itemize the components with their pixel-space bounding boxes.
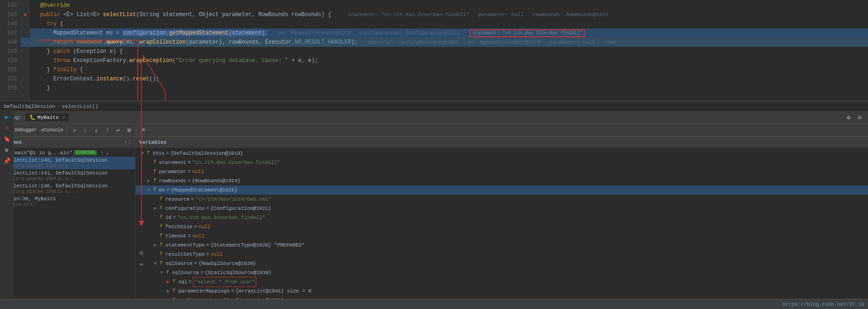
var-sql[interactable]: ▶ f sql = "select * from user" bbox=[135, 277, 868, 287]
copy-icon[interactable]: ⎘ bbox=[137, 249, 146, 258]
expand-sqlsource-inner[interactable]: ▼ bbox=[158, 268, 165, 277]
frame-item-3[interactable]: main:36, MyBaits (cn.ith) bbox=[0, 195, 135, 208]
expand-sql[interactable]: ▶ bbox=[165, 277, 171, 287]
frame-item-0[interactable]: selectList:148, DefaultSqlSession (org.a… bbox=[0, 157, 135, 169]
var-parameter[interactable]: f parameter = null bbox=[135, 167, 868, 176]
sidebar-play-icon[interactable]: ▶ bbox=[2, 112, 12, 122]
expand-parametermappings[interactable]: ▶ bbox=[165, 287, 171, 296]
var-ms[interactable]: ▼ f ms = {MappedStatement@1925} bbox=[135, 185, 868, 195]
var-timeout[interactable]: f timeout = null bbox=[135, 231, 868, 241]
settings-gear-icon[interactable]: ⚙ bbox=[844, 113, 853, 122]
expand-ms[interactable]: ▼ bbox=[146, 185, 152, 195]
var-val-statementtype: {StatementType@1928} "PREPARED" bbox=[210, 241, 304, 250]
var-resultsettype[interactable]: f resultSetType = null bbox=[135, 250, 868, 259]
expand-this[interactable]: ▼ bbox=[139, 149, 146, 158]
var-name-sql: sql bbox=[178, 277, 187, 287]
var-configuration[interactable]: ▶ f configuration = {Configuration@1921} bbox=[135, 204, 868, 213]
restore-layout-button[interactable]: ≡ bbox=[138, 126, 148, 135]
debug-tab-mybaits[interactable]: 🐛 MyBaits ✕ bbox=[26, 113, 69, 121]
breadcrumb-item-1[interactable]: DefaultSqlSession bbox=[4, 104, 55, 109]
var-statementtype[interactable]: ▶ f statementType = {StatementType@1928}… bbox=[135, 241, 868, 250]
var-eq-fetchsize: = bbox=[194, 222, 197, 231]
field-icon-statement: f bbox=[152, 158, 158, 167]
sidebar-error-icon[interactable]: ⊙ bbox=[2, 123, 12, 133]
var-sqlsource-outer[interactable]: ▼ f sqlSource = {RawSqlSource@1929} bbox=[135, 259, 868, 268]
var-sqlsource-inner[interactable]: ▼ f sqlSource = {StaticSqlSource@1939} bbox=[135, 268, 868, 277]
maximize-icon[interactable]: ⊡ bbox=[855, 113, 864, 122]
frame-nav-down[interactable]: ↓ bbox=[106, 150, 109, 156]
debugger-tab[interactable]: Debugger bbox=[13, 126, 39, 135]
breadcrumb: DefaultSqlSession › selectList() bbox=[0, 101, 868, 111]
frame-side-icons: ⎘ ∞ bbox=[137, 249, 146, 269]
var-fetchsize[interactable]: f fetchSize = null bbox=[135, 222, 868, 231]
sidebar-pin-icon[interactable]: 📌 bbox=[2, 156, 12, 166]
sidebar-settings-icon[interactable]: ⚙ bbox=[2, 145, 12, 155]
step-out-button[interactable]: ↑ bbox=[102, 126, 112, 135]
var-eq-statement: = bbox=[187, 158, 191, 167]
var-val-sqlsource-outer: {RawSqlSource@1929} bbox=[198, 259, 256, 268]
field-icon-this: f bbox=[146, 149, 151, 158]
var-rowbounds[interactable]: ▶ f rowBounds = {RowBounds@1924} bbox=[135, 176, 868, 185]
frames-header-icons: ↑ ↓ bbox=[124, 140, 131, 145]
var-resource[interactable]: f resource = "cn/ith/dao/IUserDao.xml" bbox=[135, 195, 868, 204]
frames-list: selectList:148, DefaultSqlSession (org.a… bbox=[0, 157, 135, 309]
var-val-statement: "cn.ith.dao.IUserDao.findAll" bbox=[192, 158, 280, 167]
debug-tab-icon: 🐛 bbox=[29, 114, 36, 120]
expand-rowbounds[interactable]: ▶ bbox=[146, 176, 152, 185]
code-line-147: MappedStatement ms = configuration.getMa… bbox=[30, 28, 868, 38]
var-eq-resultsettype: = bbox=[206, 250, 209, 259]
field-icon-ms: f bbox=[152, 185, 158, 195]
var-eq-sqlsource-outer: = bbox=[194, 259, 197, 268]
infinity-icon[interactable]: ∞ bbox=[137, 260, 146, 269]
expand-configuration[interactable]: ▶ bbox=[152, 204, 158, 213]
variables-panel: Variables ▼ f this = {DefaultSqlSession@… bbox=[135, 137, 868, 309]
var-val-ms: {MappedStatement@1925} bbox=[171, 185, 237, 195]
debug-tabs-bar: Debug: 🐛 MyBaits ✕ ⚙ ⊡ bbox=[0, 111, 868, 124]
var-statement[interactable]: f statement = "cn.ith.dao.IUserDao.findA… bbox=[135, 158, 868, 167]
expand-statementtype[interactable]: ▶ bbox=[152, 241, 158, 250]
var-parametermappings[interactable]: ▶ f parameterMappings = {ArrayList@1941}… bbox=[135, 287, 868, 296]
debug-panes: Frames ↑ ↓ ✓ *"main"@1 in g...ain" RUNNI… bbox=[0, 137, 868, 309]
var-val-resource: "cn/ith/dao/IUserDao.xml" bbox=[195, 195, 271, 204]
field-icon-statementtype: f bbox=[158, 241, 164, 250]
field-icon-sqlsource-outer: f bbox=[158, 259, 164, 268]
var-name-resultsettype: resultSetType bbox=[165, 250, 205, 259]
var-this[interactable]: ▼ f this = {DefaultSqlSession@1919} bbox=[135, 149, 868, 158]
expand-sqlsource-outer[interactable]: ▼ bbox=[152, 259, 158, 268]
field-icon-resultsettype: f bbox=[158, 250, 164, 259]
status-right-url: https://blog.csdn.net/IT_10 bbox=[783, 302, 864, 307]
step-over-button[interactable]: ↗ bbox=[69, 126, 79, 135]
var-val-parametermappings: {ArrayList@1941} size = 0 bbox=[236, 287, 311, 296]
frame-loc-3: main:36, MyBaits bbox=[7, 196, 56, 202]
status-bar: https://blog.csdn.net/IT_10 bbox=[0, 299, 868, 309]
var-eq-parameter: = bbox=[187, 167, 191, 176]
var-val-sqlsource-inner: {StaticSqlSource@1939} bbox=[205, 268, 271, 277]
var-name-parametermappings: parameterMappings bbox=[178, 287, 230, 296]
code-line-148: return executor.query(ms, wrapCollection… bbox=[30, 38, 868, 47]
field-icon-sqlsource-inner: f bbox=[165, 268, 170, 277]
var-eq-timeout: = bbox=[188, 231, 191, 241]
var-val-this: {DefaultSqlSession@1919} bbox=[170, 149, 243, 158]
console-tab[interactable]: ⊡ Console bbox=[39, 126, 65, 135]
var-eq-rowbounds: = bbox=[187, 176, 191, 185]
step-into-button[interactable]: ↓ bbox=[80, 126, 90, 135]
toolbar-separator-1 bbox=[67, 127, 67, 134]
breadcrumb-item-2[interactable]: selectList() bbox=[62, 104, 98, 109]
frame-item-2[interactable]: selectList:136, DefaultSqlSession (org.a… bbox=[0, 182, 135, 195]
run-to-cursor-button[interactable]: ↩ bbox=[113, 126, 123, 135]
frames-up-icon[interactable]: ↑ bbox=[124, 140, 127, 145]
evaluate-button[interactable]: ⊞ bbox=[124, 126, 134, 135]
force-step-into-button[interactable]: ⇓ bbox=[91, 126, 101, 135]
var-name-this: this bbox=[152, 149, 164, 158]
frames-down-icon[interactable]: ↓ bbox=[129, 140, 131, 145]
thread-name: *"main"@1 in g...ain" bbox=[9, 150, 73, 156]
editor-area: 144 145 146 147 148 149 150 151 152 153 … bbox=[0, 0, 868, 101]
frame-nav-up[interactable]: ↑ bbox=[101, 150, 104, 156]
frame-item-1[interactable]: selectList:141, DefaultSqlSession (org.a… bbox=[0, 169, 135, 182]
debug-tab-close[interactable]: ✕ bbox=[62, 114, 66, 120]
sidebar-bookmark-icon[interactable]: 🔖 bbox=[2, 134, 12, 144]
field-icon-parameter: f bbox=[152, 167, 158, 176]
var-name-ms: ms bbox=[159, 185, 165, 195]
var-id[interactable]: f id = "cn.ith.dao.IUserDao.findAll" bbox=[135, 213, 868, 222]
gutter: ● → bbox=[21, 0, 30, 101]
